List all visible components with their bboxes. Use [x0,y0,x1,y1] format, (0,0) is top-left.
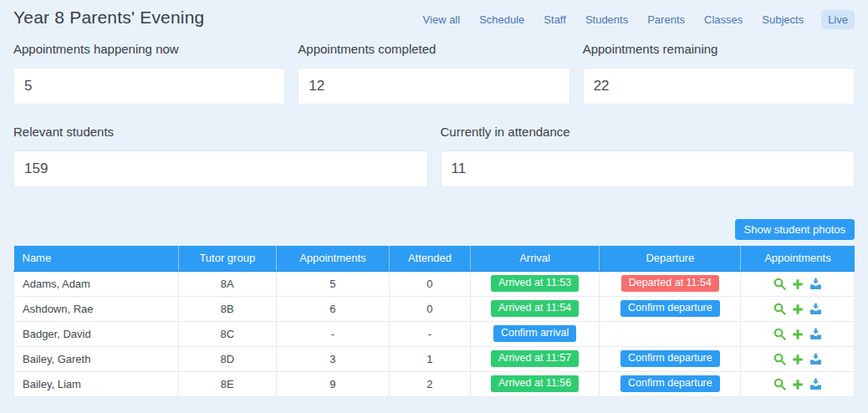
table-row: Bailey, Gareth 8D 3 1 Arrived at 11:57 C… [14,346,855,371]
student-name: Badger, David [14,321,179,346]
search-icon[interactable] [774,278,786,290]
attended-count: 2 [390,371,470,396]
student-name: Adams, Adam [14,271,179,296]
add-icon[interactable] [792,278,804,290]
add-icon[interactable] [792,303,804,315]
table-header-row: Name Tutor group Appointments Attended A… [14,246,855,271]
arrival-status-badge: Arrived at 11:53 [491,275,579,293]
student-name: Ashdown, Rae [14,296,179,321]
stat-value: 159 [24,161,48,177]
attended-count: 1 [390,346,470,371]
tutor-group: 8D [178,346,276,371]
tutor-group: 8E [178,371,276,396]
table-row: Adams, Adam 8A 5 0 Arrived at 11:53 Depa… [14,271,855,296]
stat-label: Appointments happening now [13,42,285,56]
table-actions-row: Show student photos [13,219,855,240]
row-actions [774,278,822,290]
stat-value: 12 [309,78,324,94]
attended-count: 0 [390,296,470,321]
add-icon[interactable] [792,354,804,365]
confirm-arrival-button[interactable]: Confirm arrival [493,325,576,343]
row-actions [774,353,822,365]
stat-value-box: 22 [583,68,855,105]
live-dashboard-page: Year 8 Parents' Evening View all Schedul… [0,0,868,413]
tutor-group: 8A [178,271,276,296]
stat-value: 22 [594,78,610,94]
column-header-arrival: Arrival [470,246,600,271]
page-title: Year 8 Parents' Evening [13,8,204,28]
nav-item-students[interactable]: Students [584,10,630,29]
stat-label: Relevant students [13,125,428,139]
student-name: Bailey, Gareth [14,346,179,371]
nav-item-live[interactable]: Live [821,10,855,29]
stat-in-attendance: Currently in attendance 11 [441,125,855,187]
appointments-count: 6 [276,296,390,321]
arrival-status-badge: Arrived at 11:56 [491,375,579,393]
stat-label: Appointments remaining [583,42,855,56]
nav-item-schedule[interactable]: Schedule [477,10,526,29]
appointments-count: 9 [276,371,390,396]
tutor-group: 8C [178,321,276,346]
table-body: Adams, Adam 8A 5 0 Arrived at 11:53 Depa… [14,271,855,396]
stats-row-appointments: Appointments happening now 5 Appointment… [13,42,855,105]
download-icon[interactable] [809,303,822,315]
add-icon[interactable] [792,329,804,340]
confirm-departure-button[interactable]: Confirm departure [620,375,720,393]
stat-value-box: 5 [13,68,285,105]
appointments-count: 3 [276,346,390,371]
row-actions [774,378,822,390]
stat-completed: Appointments completed 12 [298,42,569,105]
table-row: Bailey, Liam 8E 9 2 Arrived at 11:56 Con… [14,371,855,396]
row-actions [774,303,822,315]
column-header-actions: Appointments [741,246,855,271]
student-name: Bailey, Liam [14,371,179,396]
confirm-departure-button[interactable]: Confirm departure [620,350,720,368]
search-icon[interactable] [774,378,786,390]
table-row: Badger, David 8C - - Confirm arrival [14,321,855,346]
show-student-photos-button[interactable]: Show student photos [735,219,855,240]
search-icon[interactable] [774,328,786,340]
arrival-status-badge: Arrived at 11:54 [491,300,579,318]
column-header-tutor-group: Tutor group [178,246,276,271]
column-header-name: Name [14,246,179,271]
column-header-appointments: Appointments [276,246,390,271]
stat-value: 5 [24,78,32,94]
stat-value-box: 11 [441,150,855,187]
download-icon[interactable] [809,353,822,365]
row-actions [774,328,822,340]
stat-label: Currently in attendance [441,125,855,139]
stat-relevant-students: Relevant students 159 [13,125,428,187]
stat-happening-now: Appointments happening now 5 [13,42,285,105]
appointments-count: 5 [276,271,390,296]
download-icon[interactable] [809,328,822,340]
column-header-attended: Attended [390,246,470,271]
stats-row-students: Relevant students 159 Currently in atten… [13,125,855,187]
arrival-status-badge: Arrived at 11:57 [491,350,579,368]
stat-value: 11 [452,161,467,177]
attended-count: - [390,321,470,346]
tutor-group: 8B [178,296,276,321]
stat-value-box: 12 [298,68,569,105]
students-table: Name Tutor group Appointments Attended A… [13,246,855,397]
departure-cell-empty [600,321,741,346]
download-icon[interactable] [809,378,822,390]
table-row: Ashdown, Rae 8B 6 0 Arrived at 11:54 Con… [14,296,855,321]
download-icon[interactable] [809,278,822,290]
nav-item-view-all[interactable]: View all [421,10,462,29]
nav-item-staff[interactable]: Staff [542,10,568,29]
stat-remaining: Appointments remaining 22 [583,42,855,105]
appointments-count: - [276,321,390,346]
search-icon[interactable] [774,353,786,365]
nav-item-classes[interactable]: Classes [702,10,744,29]
column-header-departure: Departure [600,246,741,271]
attended-count: 0 [390,271,470,296]
nav-item-subjects[interactable]: Subjects [760,10,805,29]
stat-label: Appointments completed [298,42,569,56]
stat-value-box: 159 [13,150,428,187]
search-icon[interactable] [774,303,786,315]
main-nav: View all Schedule Staff Students Parents… [421,8,855,29]
confirm-departure-button[interactable]: Confirm departure [620,300,720,318]
nav-item-parents[interactable]: Parents [646,10,687,29]
add-icon[interactable] [792,379,804,390]
departure-status-badge: Departed at 11:54 [621,275,719,293]
